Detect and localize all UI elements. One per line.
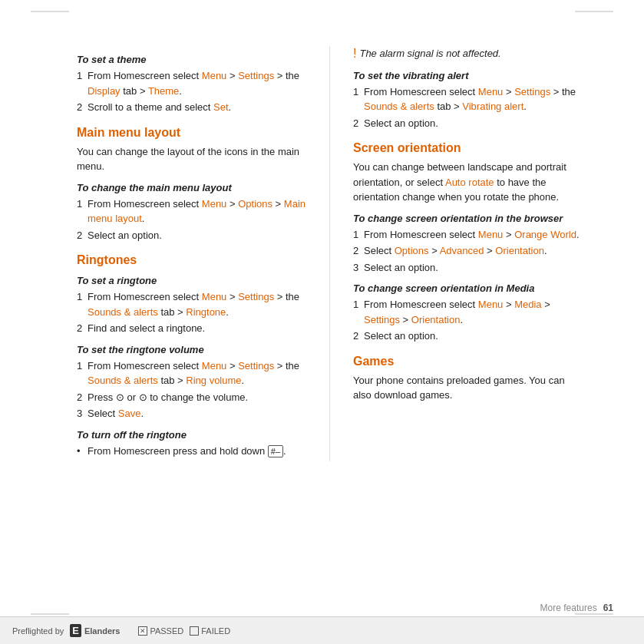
hash-key-symbol: #–: [268, 445, 283, 457]
ringtone-link[interactable]: Ringtone: [186, 306, 226, 318]
set-theme-steps: 1 From Homescreen select Menu > Settings…: [77, 68, 306, 115]
warning-note: ! The alarm signal is not affected.: [353, 46, 583, 62]
footer-section-label: More features: [540, 603, 597, 613]
top-decoration-left: [31, 11, 69, 12]
sounds-alerts-link[interactable]: Sounds & alerts: [88, 375, 158, 386]
vibrating-alert-steps: 1 From Homescreen select Menu > Settings…: [353, 84, 583, 131]
sounds-alerts-link[interactable]: Sounds & alerts: [364, 101, 434, 112]
main-menu-section: Main menu layout You can change the layo…: [77, 126, 306, 243]
set-theme-heading: To set a theme: [77, 54, 306, 65]
elanders-text: Elanders: [84, 626, 120, 636]
orange-world-link[interactable]: Orange World: [514, 229, 576, 240]
set-ringtone-heading: To set a ringtone: [77, 275, 306, 286]
list-item: 2 Select an option.: [77, 228, 306, 243]
change-main-menu-heading: To change the main menu layout: [77, 182, 306, 193]
settings-link[interactable]: Settings: [238, 291, 274, 302]
menu-link[interactable]: Menu: [478, 229, 504, 240]
settings-link[interactable]: Settings: [238, 360, 274, 372]
page: To set a theme 1 From Homescreen select …: [0, 0, 644, 644]
footer-page-number: 61: [603, 603, 613, 613]
orientation-media-steps: 1 From Homescreen select Menu > Media > …: [353, 297, 583, 344]
vibrating-alert-section: To set the vibrating alert 1 From Homesc…: [353, 70, 583, 131]
passed-label: PASSED: [150, 626, 183, 636]
games-description: Your phone contains preloaded games. You…: [353, 373, 583, 403]
list-item: 1 From Homescreen select Menu > Settings…: [353, 84, 583, 114]
orientation-browser-heading: To change screen orientation in the brow…: [353, 213, 583, 224]
left-column: To set a theme 1 From Homescreen select …: [31, 46, 322, 461]
options-link[interactable]: Options: [238, 198, 272, 210]
list-item: 1 From Homescreen select Menu > Options …: [77, 197, 306, 226]
menu-link[interactable]: Menu: [478, 86, 504, 97]
menu-link[interactable]: Menu: [202, 360, 227, 372]
list-item: 3 Select an option.: [353, 260, 583, 276]
warning-icon: !: [353, 46, 356, 62]
games-section: Games Your phone contains preloaded game…: [353, 355, 583, 403]
orientation-link[interactable]: Orientation: [411, 314, 461, 325]
screen-orientation-description: You can change between landscape and por…: [353, 160, 583, 205]
orientation-media-heading: To change screen orientation in Media: [353, 282, 583, 294]
orientation-link[interactable]: Orientation: [495, 245, 544, 256]
list-item: 2 Select an option.: [353, 116, 583, 131]
auto-rotate-link[interactable]: Auto rotate: [445, 177, 494, 188]
main-menu-description: You can change the layout of the icons i…: [77, 144, 306, 174]
media-link[interactable]: Media: [514, 299, 541, 310]
set-ringtone-steps: 1 From Homescreen select Menu > Settings…: [77, 289, 306, 336]
list-item: 2 Scroll to a theme and select Set.: [77, 100, 306, 115]
save-link[interactable]: Save: [118, 408, 141, 419]
failed-label: FAILED: [201, 626, 230, 636]
advanced-link[interactable]: Advanced: [440, 245, 484, 256]
settings-link[interactable]: Settings: [238, 70, 274, 81]
passed-checkbox: ✕: [138, 626, 147, 636]
menu-link[interactable]: Menu: [202, 198, 227, 210]
main-menu-layout-link[interactable]: Main menu layout: [88, 198, 305, 225]
list-item: 2 Press ⊙ or ⊙ to change the volume.: [77, 390, 306, 405]
elanders-e-icon: E: [70, 624, 81, 637]
menu-link[interactable]: Menu: [202, 291, 227, 302]
passed-badge: ✕ PASSED: [138, 626, 183, 636]
list-item: 2 Find and select a ringtone.: [77, 321, 306, 336]
bottom-decoration-left: [31, 613, 69, 615]
ring-volume-link[interactable]: Ring volume: [186, 375, 241, 386]
screen-orientation-heading: Screen orientation: [353, 141, 583, 155]
turn-off-ringtone-bullets: From Homescreen press and hold down #–.: [77, 444, 306, 459]
screen-orientation-section: Screen orientation You can change betwee…: [353, 141, 583, 344]
ringtone-volume-heading: To set the ringtone volume: [77, 344, 306, 355]
vibrating-alert-heading: To set the vibrating alert: [353, 70, 583, 81]
warning-text: The alarm signal is not affected.: [359, 46, 500, 61]
menu-link[interactable]: Menu: [202, 70, 227, 81]
elanders-logo: E Elanders: [70, 624, 120, 637]
top-decoration-right: [575, 11, 613, 12]
menu-link[interactable]: Menu: [478, 299, 504, 310]
bottom-decoration-right: [575, 613, 613, 615]
settings-link[interactable]: Settings: [514, 86, 550, 97]
orientation-browser-steps: 1 From Homescreen select Menu > Orange W…: [353, 227, 583, 276]
theme-link[interactable]: Theme: [148, 85, 179, 97]
list-item: 1 From Homescreen select Menu > Settings…: [77, 358, 306, 388]
ringtones-section: Ringtones To set a ringtone 1 From Homes…: [77, 253, 306, 458]
list-item: 1 From Homescreen select Menu > Orange W…: [353, 227, 583, 243]
list-item: 3 Select Save.: [77, 406, 306, 421]
set-theme-section: To set a theme 1 From Homescreen select …: [77, 54, 306, 115]
right-column: ! The alarm signal is not affected. To s…: [338, 46, 613, 461]
settings-link[interactable]: Settings: [364, 314, 400, 325]
failed-checkbox: [190, 626, 199, 636]
ringtone-volume-steps: 1 From Homescreen select Menu > Settings…: [77, 358, 306, 421]
list-item: 2 Select an option.: [353, 329, 583, 344]
ringtones-heading: Ringtones: [77, 253, 306, 267]
vibrating-alert-link[interactable]: Vibrating alert: [462, 101, 523, 112]
list-item: From Homescreen press and hold down #–.: [77, 444, 306, 459]
main-menu-heading: Main menu layout: [77, 126, 306, 140]
list-item: 2 Select Options > Advanced > Orientatio…: [353, 243, 583, 259]
options-link[interactable]: Options: [395, 245, 429, 256]
main-content: To set a theme 1 From Homescreen select …: [0, 0, 644, 477]
turn-off-ringtone-heading: To turn off the ringtone: [77, 429, 306, 441]
list-item: 1 From Homescreen select Menu > Settings…: [77, 289, 306, 319]
set-link[interactable]: Set: [213, 101, 229, 113]
display-link[interactable]: Display: [88, 85, 121, 97]
failed-badge: FAILED: [190, 626, 230, 636]
column-divider: [329, 46, 330, 461]
list-item: 1 From Homescreen select Menu > Settings…: [77, 68, 306, 98]
main-menu-steps: 1 From Homescreen select Menu > Options …: [77, 197, 306, 243]
sounds-alerts-link[interactable]: Sounds & alerts: [88, 306, 158, 318]
bottom-bar: Preflighted by E Elanders ✕ PASSED FAILE…: [0, 616, 644, 644]
